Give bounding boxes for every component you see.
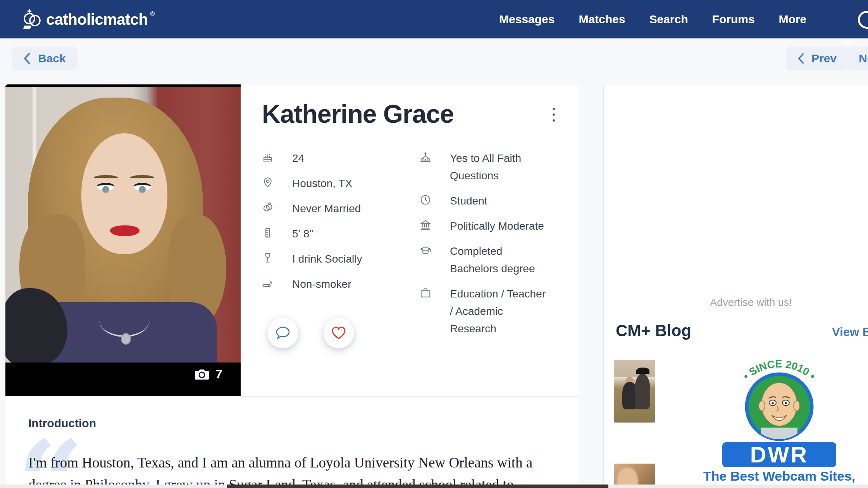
graduation-cap-icon [420, 244, 433, 256]
ruler-icon [262, 227, 275, 239]
back-button-label: Back [38, 52, 66, 65]
briefcase-icon [420, 287, 433, 299]
detail-drinking: I drink Socially [262, 250, 390, 268]
registered-mark: ® [150, 10, 155, 17]
like-button[interactable] [323, 318, 354, 349]
profile-details-left: 24 Houston, TX Never Married 5' 8" [262, 149, 390, 301]
profile-photo[interactable]: 7 [5, 84, 241, 396]
prev-profile-button[interactable]: Prev [786, 46, 848, 70]
location-value: Houston, TX [292, 175, 389, 192]
cake-icon [262, 151, 275, 163]
detail-smoking: Non-smoker [262, 275, 390, 293]
photo-count: 7 [215, 367, 222, 381]
detail-age: 24 [262, 149, 390, 167]
brand-name: catholicmatch [46, 11, 148, 28]
drinking-value: I drink Socially [292, 250, 389, 268]
section-divider [5, 396, 580, 397]
detail-height: 5' 8" [262, 225, 390, 242]
next-button-label: Next [859, 52, 868, 65]
horizontal-scrollbar-thumb[interactable] [227, 485, 608, 488]
chevron-left-icon [797, 53, 804, 64]
chevron-left-icon [23, 52, 31, 65]
education-value: Completed Bachelors degree [450, 242, 548, 277]
profession-value: Education / Teacher / Academic Research [450, 285, 548, 337]
page: catholicmatch ® Messages Matches Search … [0, 0, 868, 488]
age-value: 24 [292, 149, 389, 167]
detail-occupation-status: Student [420, 192, 553, 210]
brand-logo[interactable]: catholicmatch ® [21, 0, 155, 39]
back-button[interactable]: Back [12, 46, 78, 70]
camera-icon [195, 369, 209, 380]
detail-faith: Yes to All Faith Questions [420, 149, 553, 184]
marital-status-value: Never Married [292, 200, 389, 217]
blog-post-thumbnail[interactable] [614, 360, 655, 423]
sidebar: Advertise with us! CM+ Blog View Blog • … [603, 84, 868, 488]
detail-marital-status: Never Married [262, 200, 390, 217]
ad-brand-text: DWR [750, 442, 809, 467]
nav-item-forums[interactable]: Forums [712, 13, 755, 26]
nav-item-search[interactable]: Search [649, 13, 688, 26]
ad-tagline-line1: The Best Webcam Sites, [671, 469, 868, 483]
bank-icon [420, 219, 433, 231]
location-pin-icon [262, 177, 275, 188]
nav-item-matches[interactable]: Matches [579, 13, 625, 26]
profile-options-menu-icon[interactable] [546, 104, 561, 125]
nav-item-more[interactable]: More [779, 13, 807, 26]
wine-glass-icon [262, 252, 275, 264]
heart-icon [331, 326, 346, 340]
advertise-label[interactable]: Advertise with us! [604, 297, 868, 309]
top-navbar: catholicmatch ® Messages Matches Search … [0, 0, 868, 39]
faith-value: Yes to All Faith Questions [450, 149, 548, 184]
photo-count-badge[interactable]: 7 [195, 367, 222, 381]
catholicmatch-rings-icon [21, 8, 44, 31]
advertisement[interactable]: • SINCE 2010 • [671, 356, 868, 488]
profile-card: 7 Katherine Grace 24 Houston, TX [5, 84, 579, 488]
rings-icon [262, 202, 275, 213]
politics-value: Politically Moderate [450, 217, 548, 235]
cigarette-icon [262, 277, 275, 289]
chat-bubble-icon [275, 326, 291, 340]
profile-details-right: Yes to All Faith Questions Student Polit… [420, 149, 553, 345]
nav-menu: Messages Matches Search Forums More [499, 0, 806, 39]
smoking-value: Non-smoker [292, 275, 389, 293]
height-value: 5' 8" [292, 225, 389, 242]
detail-profession: Education / Teacher / Academic Research [420, 285, 553, 337]
account-icon[interactable] [858, 11, 868, 29]
church-icon [420, 151, 433, 163]
nav-item-messages[interactable]: Messages [499, 13, 555, 26]
introduction-heading: Introduction [28, 417, 96, 430]
detail-politics: Politically Moderate [420, 217, 553, 235]
occupation-status-value: Student [450, 192, 548, 210]
profile-name: Katherine Grace [262, 99, 454, 129]
blog-section-title: CM+ Blog [616, 321, 691, 340]
detail-location: Houston, TX [262, 175, 390, 192]
prev-button-label: Prev [811, 52, 837, 65]
view-blog-link[interactable]: View Blog [832, 325, 868, 339]
detail-education: Completed Bachelors degree [420, 242, 553, 277]
profile-photo-image [5, 87, 241, 363]
horizontal-scrollbar[interactable] [0, 485, 868, 488]
next-profile-button[interactable]: Next [847, 46, 868, 70]
clock-icon [420, 194, 433, 206]
dwr-ad-logo: • SINCE 2010 • [715, 356, 843, 469]
introduction-text-line1: I'm from Houston, Texas, and I am an alu… [28, 454, 571, 471]
send-message-button[interactable] [267, 318, 298, 349]
